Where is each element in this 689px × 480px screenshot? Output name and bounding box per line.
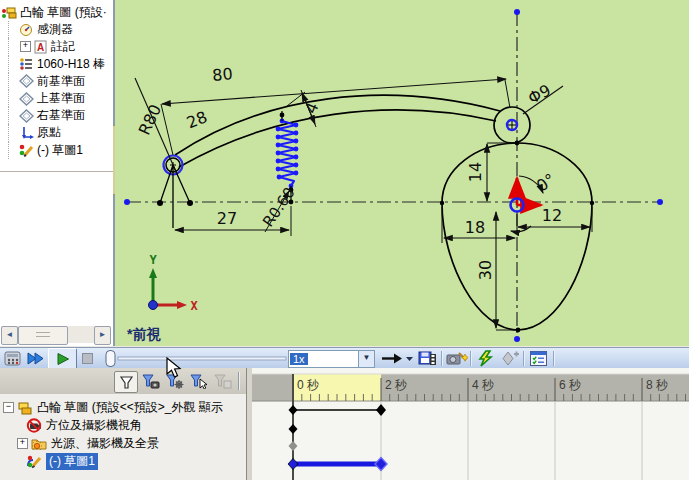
dimension-28[interactable]: 28 — [184, 107, 210, 132]
timeline-rows[interactable] — [252, 402, 689, 480]
tree-item-label: 註記 — [51, 38, 75, 55]
mm-item-sketch1[interactable]: (-) 草圖1 — [14, 452, 246, 470]
slider-thumb[interactable] — [106, 351, 115, 367]
playback-speed-combo[interactable]: 1x — [288, 350, 360, 368]
tree-item-label: 1060-H18 棒 — [37, 56, 105, 73]
timeline-area[interactable]: 0 秒 2 秒 4 秒 6 秒 8 秒 — [252, 368, 689, 480]
motion-study-properties-button[interactable] — [529, 349, 549, 368]
tree-item-top-plane[interactable]: 上基準面 — [8, 90, 113, 107]
sketch-point[interactable] — [590, 201, 594, 205]
dimension-27[interactable]: 27 — [217, 209, 237, 228]
timeline-slider[interactable] — [104, 349, 288, 368]
tree-item-right-plane[interactable]: 右基準面 — [8, 107, 113, 124]
camera-disabled-icon — [26, 418, 42, 433]
dimension-14[interactable]: 14 — [466, 162, 485, 182]
mm-root-label: 凸輪 草圖 (預設<<預設>_外觀 顯示 — [37, 399, 223, 416]
dimension-30[interactable]: 30 — [476, 260, 495, 280]
tick-label-0s: 0 秒 — [297, 378, 319, 392]
animation-wizard-button[interactable] — [446, 349, 468, 368]
collapse-icon[interactable]: − — [3, 402, 14, 413]
play-from-start-button[interactable] — [26, 349, 46, 368]
save-animation-button[interactable] — [418, 349, 437, 368]
sketch-point[interactable] — [187, 200, 193, 206]
scrollbar-thumb[interactable] — [18, 326, 68, 345]
sketch-point[interactable] — [157, 200, 163, 206]
sketch-point[interactable] — [440, 201, 444, 205]
tree-item-label: 原點 — [37, 124, 61, 141]
dimension-18[interactable]: 18 — [465, 218, 485, 237]
feature-manager-panel: 凸輪 草圖 (預設· 感測器 + A 註記 — [0, 0, 115, 346]
sensors-icon — [19, 23, 34, 37]
filter-animated-button[interactable] — [140, 371, 162, 391]
solidworks-window: 凸輪 草圖 (預設· 感測器 + A 註記 — [0, 0, 689, 480]
mm-item-orientation[interactable]: 方位及攝影機視角 — [14, 416, 246, 434]
calculate-button[interactable] — [4, 349, 22, 368]
panel-divider[interactable] — [0, 171, 113, 172]
expand-icon[interactable]: + — [17, 438, 28, 449]
tree-item-label: 前基準面 — [37, 73, 85, 90]
filter-results-button[interactable] — [212, 371, 234, 391]
endpoint[interactable] — [124, 199, 130, 205]
triad-y-label: Y — [149, 253, 157, 267]
filter-none-button[interactable] — [114, 371, 138, 393]
scroll-right-button[interactable]: ► — [94, 326, 111, 345]
view-triad: Y X — [149, 253, 199, 313]
tree-item-annotations[interactable]: + A 註記 — [8, 38, 113, 55]
stop-button[interactable] — [80, 349, 96, 368]
sketch-point[interactable] — [280, 113, 285, 118]
arm-upper-curve[interactable] — [175, 95, 500, 155]
view-orientation-label: *前視 — [127, 326, 160, 344]
sketch-canvas[interactable]: Φ9 R80 80 28 4 — [115, 0, 689, 346]
mm-item-label: 光源、攝影機及全景 — [51, 435, 159, 452]
dimension-0deg[interactable]: 0° — [533, 169, 559, 195]
mm-tree-root[interactable]: − 凸輪 草圖 (預設<<預設>_外觀 顯示 — [0, 398, 246, 416]
sketch-point[interactable] — [516, 328, 521, 333]
add-key-button[interactable] — [500, 349, 520, 368]
tree-root-label: 凸輪 草圖 (預設· — [20, 4, 107, 21]
tree-item-material[interactable]: 1060-H18 棒 — [8, 56, 113, 73]
material-icon — [19, 57, 34, 71]
tree-item-label: 上基準面 — [37, 90, 85, 107]
speed-dropdown-arrow[interactable]: ▼ — [358, 350, 375, 368]
motion-manager-toolbar: 1x ▼ — [0, 347, 689, 370]
dimension-80[interactable]: 80 — [212, 64, 234, 85]
horizontal-scrollbar[interactable]: ◄ ► — [1, 326, 111, 343]
scroll-left-button[interactable]: ◄ — [1, 326, 18, 345]
endpoint[interactable] — [514, 9, 520, 15]
arm-lower-curve[interactable] — [179, 110, 496, 167]
tick-label-2s: 2 秒 — [385, 378, 407, 392]
dimension-dia9[interactable]: Φ9 — [525, 80, 554, 107]
dimension-r80[interactable]: R80 — [135, 101, 166, 138]
endpoint[interactable] — [514, 336, 520, 342]
tree-item-origin[interactable]: 原點 — [8, 124, 113, 141]
tree-item-sensors[interactable]: 感測器 — [8, 21, 113, 38]
endpoint[interactable] — [657, 199, 663, 205]
playback-mode-button[interactable] — [380, 349, 406, 368]
expand-icon[interactable]: + — [20, 41, 31, 52]
playback-mode-dropdown[interactable] — [405, 349, 414, 368]
filter-selected-button[interactable] — [188, 371, 210, 391]
toolbar-separator — [470, 351, 472, 366]
toolbar-separator — [238, 372, 240, 390]
mm-item-label-selected: (-) 草圖1 — [46, 453, 98, 470]
plane-icon — [19, 74, 34, 88]
motion-analysis-button[interactable] — [476, 349, 496, 368]
origin-icon — [19, 126, 34, 140]
plane-icon — [19, 92, 34, 106]
graphics-viewport[interactable]: Φ9 R80 80 28 4 — [115, 0, 689, 346]
toolbar-separator — [553, 351, 555, 366]
play-button[interactable] — [48, 348, 77, 370]
tree-root[interactable]: 凸輪 草圖 (預設· — [2, 4, 113, 21]
tree-item-sketch1[interactable]: (-) 草圖1 — [8, 142, 113, 159]
spring-points — [276, 119, 299, 189]
sketch-icon — [26, 454, 42, 469]
dimension-12[interactable]: 12 — [542, 206, 562, 225]
motion-manager-tree: − 凸輪 草圖 (預設<<預設>_外觀 顯示 方位及攝影機視角 + — [0, 394, 246, 480]
tree-item-front-plane[interactable]: 前基準面 — [8, 73, 113, 90]
motion-manager-panel: − 凸輪 草圖 (預設<<預設>_外觀 顯示 方位及攝影機視角 + — [0, 368, 689, 480]
assembly-icon — [17, 400, 33, 415]
mouse-cursor — [166, 357, 184, 383]
lights-folder-icon — [31, 436, 47, 451]
mm-item-lights[interactable]: + 光源、攝影機及全景 — [14, 434, 246, 452]
dimension-r060[interactable]: R0.60 — [259, 184, 299, 230]
